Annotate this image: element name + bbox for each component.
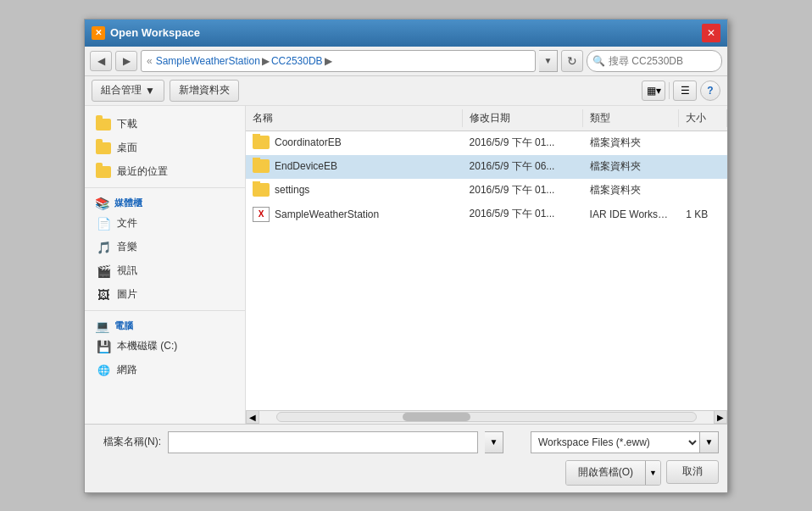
organize-chevron-icon: ▼ — [145, 85, 155, 97]
video-icon: 🎬 — [95, 263, 112, 280]
h-scroll-area[interactable]: ◀ ▶ — [246, 410, 727, 424]
cancel-button[interactable]: 取消 — [666, 460, 719, 484]
close-button[interactable]: ✕ — [702, 24, 720, 42]
open-button[interactable]: 開啟舊檔(O) — [566, 461, 645, 485]
file-list-area: 名稱 修改日期 類型 大小 CoordinatorEB 2016/5/9 下午 … — [246, 106, 727, 424]
filetype-dropdown[interactable]: ▼ — [700, 431, 719, 453]
sidebar-item-downloads[interactable]: 下載 — [85, 113, 245, 136]
file-col-size — [679, 141, 727, 144]
file-col-name: EndDeviceEB — [246, 158, 463, 175]
sidebar-label-desktop: 桌面 — [117, 141, 137, 155]
sidebar-label-media: 媒體櫃 — [114, 197, 142, 209]
folder-icon — [253, 159, 270, 173]
sidebar-item-music[interactable]: 🎵 音樂 — [85, 236, 245, 259]
scroll-left-button[interactable]: ◀ — [246, 410, 259, 424]
filetype-select[interactable]: Workspace Files (*.eww) — [531, 431, 700, 453]
path-separator-2: ▶ — [325, 55, 332, 67]
col-header-type[interactable]: 類型 — [583, 109, 680, 127]
filename-row: 檔案名稱(N): ▼ Workspace Files (*.eww) ▼ — [93, 431, 719, 453]
sidebar-item-documents[interactable]: 📄 文件 — [85, 212, 245, 236]
refresh-button[interactable]: ↻ — [561, 50, 583, 72]
file-col-type: 檔案資料夾 — [583, 181, 680, 199]
path-segment-1[interactable]: SampleWeatherStation — [156, 55, 260, 67]
open-dropdown-icon[interactable]: ▼ — [645, 461, 660, 485]
action-bar: 組合管理 ▼ 新增資料夾 ▦▾ ☰ ? — [85, 76, 727, 106]
disk-icon: 💾 — [95, 338, 112, 355]
workspace-icon: X — [253, 207, 270, 222]
search-input[interactable] — [609, 55, 716, 67]
sidebar-label-recent: 最近的位置 — [117, 164, 168, 179]
folder-icon — [95, 140, 112, 157]
search-icon: 🔍 — [592, 55, 605, 67]
file-col-date: 2016/5/9 下午 01... — [463, 181, 583, 199]
app-icon: ✕ — [92, 26, 105, 40]
sidebar-divider-1 — [85, 187, 245, 188]
help-button[interactable]: ? — [700, 81, 720, 101]
sidebar-label-downloads: 下載 — [117, 117, 137, 131]
back-button[interactable]: ◀ — [90, 51, 112, 71]
filename-label: 檔案名稱(N): — [93, 435, 161, 449]
sidebar-label-computer: 電腦 — [114, 319, 133, 332]
file-col-type: 檔案資料夾 — [583, 158, 680, 175]
picture-icon: 🖼 — [95, 286, 112, 303]
col-header-name[interactable]: 名稱 — [246, 109, 463, 127]
file-col-type: IAR IDE Workspa... — [583, 207, 680, 222]
table-row[interactable]: CoordinatorEB 2016/5/9 下午 01... 檔案資料夾 — [246, 131, 727, 155]
sidebar-item-local-disk[interactable]: 💾 本機磁碟 (C:) — [85, 335, 245, 358]
sidebar-item-recent[interactable]: 最近的位置 — [85, 160, 245, 184]
bottom-area: 檔案名稱(N): ▼ Workspace Files (*.eww) ▼ 開啟舊… — [85, 424, 727, 492]
forward-button[interactable]: ▶ — [115, 51, 137, 71]
path-chevron: « — [147, 55, 153, 67]
table-row[interactable]: X SampleWeatherStation 2016/5/9 下午 01...… — [246, 203, 727, 227]
media-icon: 📚 — [95, 197, 109, 210]
computer-icon: 💻 — [95, 319, 109, 333]
sidebar-label-network: 網路 — [117, 363, 137, 377]
organize-label: 組合管理 — [101, 83, 142, 97]
action-bar-right: ▦▾ ☰ ? — [642, 81, 720, 101]
new-folder-button[interactable]: 新增資料夾 — [170, 80, 239, 102]
folder-icon — [253, 136, 270, 149]
sidebar: 下載 桌面 最近的位置 📚 媒體櫃 📄 文件 🎵 音樂 — [85, 106, 246, 424]
file-col-size — [679, 188, 727, 192]
file-col-size: 1 KB — [679, 207, 727, 222]
file-col-size — [679, 164, 727, 168]
sidebar-item-desktop[interactable]: 桌面 — [85, 136, 245, 160]
file-col-name: X SampleWeatherStation — [246, 205, 463, 224]
view-button[interactable]: ▦▾ — [642, 81, 665, 101]
path-segment-2[interactable]: CC2530DB — [271, 55, 323, 67]
sidebar-group-computer: 💻 電腦 — [85, 314, 245, 335]
file-col-name: settings — [246, 181, 463, 198]
table-row[interactable]: EndDeviceEB 2016/5/9 下午 06... 檔案資料夾 — [246, 155, 727, 179]
filename-dropdown[interactable]: ▼ — [485, 431, 503, 453]
sidebar-group-media: 📚 媒體櫃 — [85, 192, 245, 212]
sidebar-item-pictures[interactable]: 🖼 圖片 — [85, 283, 245, 307]
file-col-date: 2016/5/9 下午 06... — [463, 158, 583, 175]
file-name-text: CoordinatorEB — [275, 136, 342, 148]
sidebar-divider-2 — [85, 310, 245, 311]
music-icon: 🎵 — [95, 239, 112, 256]
sidebar-item-videos[interactable]: 🎬 視訊 — [85, 259, 245, 283]
sidebar-label-videos: 視訊 — [117, 264, 137, 278]
path-separator-1: ▶ — [262, 55, 270, 67]
path-dropdown[interactable]: ▼ — [539, 50, 558, 72]
toolbar: ◀ ▶ « SampleWeatherStation ▶ CC2530DB ▶ … — [85, 47, 727, 76]
h-scroll-thumb[interactable] — [403, 413, 470, 421]
file-list-header: 名稱 修改日期 類型 大小 — [246, 106, 727, 131]
sidebar-label-documents: 文件 — [117, 216, 137, 231]
open-button-group: 開啟舊檔(O) ▼ — [565, 460, 661, 486]
details-button[interactable]: ☰ — [673, 81, 697, 101]
file-list-scroll[interactable]: CoordinatorEB 2016/5/9 下午 01... 檔案資料夾 En… — [246, 131, 727, 410]
table-row[interactable]: settings 2016/5/9 下午 01... 檔案資料夾 — [246, 179, 727, 203]
scroll-right-button[interactable]: ▶ — [714, 410, 727, 424]
h-scroll-track[interactable] — [276, 412, 697, 422]
network-icon: 🌐 — [95, 362, 112, 379]
filetype-wrapper: Workspace Files (*.eww) ▼ — [531, 431, 719, 453]
col-header-size[interactable]: 大小 — [679, 109, 727, 127]
col-header-date[interactable]: 修改日期 — [463, 109, 583, 127]
path-bar[interactable]: « SampleWeatherStation ▶ CC2530DB ▶ — [141, 50, 536, 72]
file-name-text: settings — [275, 184, 309, 196]
filename-input[interactable] — [168, 431, 478, 453]
title-bar-left: ✕ Open Workspace — [92, 26, 200, 40]
organize-button[interactable]: 組合管理 ▼ — [92, 80, 164, 102]
sidebar-item-network[interactable]: 🌐 網路 — [85, 358, 245, 382]
